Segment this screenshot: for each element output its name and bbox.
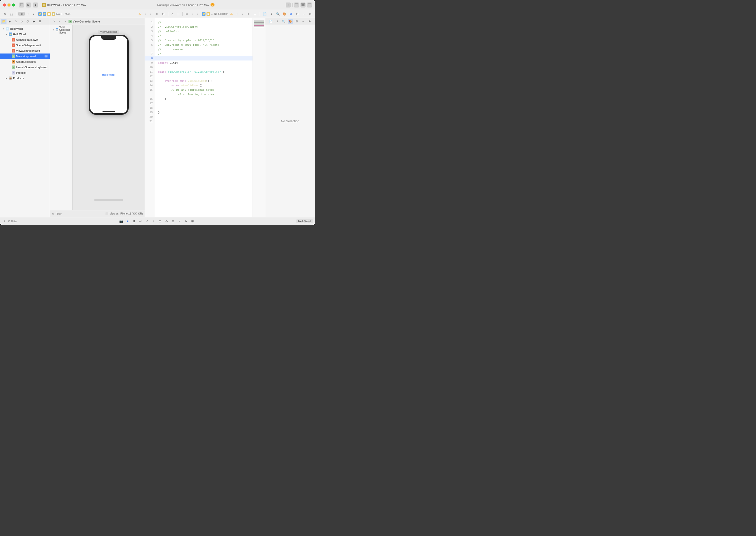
canvas-scrollbar[interactable]: [94, 199, 123, 201]
close-panel-button[interactable]: ✕: [2, 11, 8, 17]
warning-badge: 2: [211, 3, 214, 7]
nav-source-icon[interactable]: ◈: [7, 19, 13, 24]
tree-item-appdelegate[interactable]: ▾ S AppDelegate.swift: [0, 37, 50, 43]
bottom-icon-3[interactable]: ⏸: [132, 219, 137, 224]
bottom-icon-11[interactable]: ➤: [183, 219, 188, 224]
bc-item-file[interactable]: 📄: [47, 12, 51, 16]
sb-nav-forward[interactable]: ›: [63, 19, 68, 24]
editor-bc-folder[interactable]: 📁: [202, 12, 206, 16]
code-line-15: // Do any additional setup: [155, 87, 252, 92]
bottom-icon-1[interactable]: 📷: [118, 219, 123, 224]
bottom-center: 📷 ■ ⏸ ↩ ↗ ↑ ⊡ ⚙ ⊕ ✓ ➤ ⊞: [19, 219, 294, 224]
code-line-18: [155, 106, 252, 110]
storyboard-canvas[interactable]: View Controller Hello Word!: [73, 25, 145, 210]
minimize-button[interactable]: [8, 4, 11, 7]
editor-layout-btn[interactable]: ⊞: [184, 12, 189, 16]
editor-split-btn[interactable]: ⊟: [252, 11, 258, 17]
inspector-question-icon[interactable]: ?: [275, 19, 280, 24]
layout-button-1[interactable]: [294, 3, 299, 8]
navigator-toolbar: 📁 ◈ ⚠ ◇ ⬡ ◆ ☰: [0, 18, 50, 25]
fullscreen-button[interactable]: [12, 4, 15, 7]
bc-nav-right[interactable]: ›: [148, 12, 153, 16]
close-button[interactable]: [3, 4, 6, 7]
sb-nav-back[interactable]: ‹: [57, 19, 62, 24]
bc-nav-left[interactable]: ‹: [143, 12, 148, 16]
bottom-icon-5[interactable]: ↗: [145, 219, 149, 224]
bc-item-folder2[interactable]: 📁: [43, 12, 46, 16]
inspector-info-btn[interactable]: ℹ: [269, 11, 274, 17]
scene-item-vc[interactable]: ▾ ⬜ View Controller Scene: [50, 27, 72, 32]
bottom-icon-7[interactable]: ⊡: [157, 219, 162, 224]
sb-close-btn[interactable]: ✕: [52, 19, 56, 24]
inspector-search-btn[interactable]: 🔍: [275, 11, 280, 17]
code-line-1: //: [155, 20, 252, 24]
bottom-icon-6[interactable]: ↑: [151, 219, 156, 224]
nav-issue-icon[interactable]: ⚠: [13, 19, 18, 24]
stop-button[interactable]: ■: [33, 3, 38, 8]
editor-warn-left[interactable]: ‹: [235, 12, 239, 16]
storyboard-filter[interactable]: Filter: [55, 212, 61, 215]
arrow-helloword-group: ▾: [5, 33, 8, 36]
layout-button-3[interactable]: [307, 3, 312, 8]
split-view-btn[interactable]: ⊟: [160, 11, 166, 17]
inspector-size-btn[interactable]: ⊡: [294, 11, 300, 17]
inspector-lib-btn[interactable]: ⊕: [308, 11, 313, 17]
inspector-panel: 📄 ? 🔍 🎨 ⊡ → ⊕ No Selection: [265, 18, 315, 217]
editor-warn-nav[interactable]: ⚠: [229, 12, 234, 16]
editor-expand-btn[interactable]: ⬚: [176, 12, 180, 16]
inspector-identity-btn[interactable]: 🎨: [281, 11, 287, 17]
bottom-filter[interactable]: ⊙ Filter: [8, 219, 17, 223]
icon-infoplist: P: [12, 71, 15, 75]
inspector-connection-btn[interactable]: →: [301, 11, 307, 17]
bottom-icon-2[interactable]: ■: [125, 219, 130, 224]
editor-nav-right[interactable]: ›: [195, 12, 200, 16]
tree-item-mainstoryboard[interactable]: ▾ S Main.storyboard M: [0, 53, 50, 59]
view-segment: ⊞: [18, 12, 25, 16]
editor-list-btn[interactable]: ≡: [246, 11, 251, 17]
grid-view-btn[interactable]: ⊞: [18, 12, 24, 16]
tree-item-infoplist[interactable]: ▾ P Info.plist: [0, 70, 50, 76]
inspector-attr-btn[interactable]: ⚙: [288, 11, 293, 17]
run-button[interactable]: ▶: [26, 3, 31, 8]
add-button[interactable]: +: [286, 3, 291, 8]
inspector-conn-icon[interactable]: →: [301, 19, 306, 24]
layout-button-2[interactable]: [301, 3, 306, 8]
tree-item-assets[interactable]: ▾ A Assets.xcassets: [0, 59, 50, 64]
code-editor[interactable]: // // ViewController.swift // HelloWord …: [155, 18, 252, 217]
expand-button[interactable]: ⬚: [9, 11, 14, 17]
bottom-icon-10[interactable]: ✓: [177, 219, 182, 224]
nav-test-icon[interactable]: ◇: [19, 19, 24, 24]
editor-close-btn[interactable]: ✕: [170, 12, 175, 16]
tree-item-viewcontroller[interactable]: ▾ S ViewController.swift: [0, 48, 50, 53]
inspector-attr-icon[interactable]: 🎨: [288, 19, 293, 24]
nav-folder-icon[interactable]: 📁: [1, 19, 7, 24]
nav-log-icon[interactable]: ☰: [37, 19, 43, 24]
bottom-icon-8[interactable]: ⚙: [164, 219, 169, 224]
inspector-lib-icon[interactable]: ⊕: [307, 19, 312, 24]
tree-item-helloword-group[interactable]: ▾ 📁 HelloWord: [0, 31, 50, 37]
add-bottom-btn[interactable]: +: [2, 219, 7, 224]
sidebar-toggle-button[interactable]: [19, 3, 24, 8]
bottom-icon-12[interactable]: ⊞: [190, 219, 195, 224]
nav-debug-icon[interactable]: ⬡: [25, 19, 30, 24]
tree-item-scenedelegate[interactable]: ▾ S SceneDelegate.swift: [0, 43, 50, 48]
inspector-search-icon2[interactable]: 🔍: [281, 19, 286, 24]
warning-nav-btn[interactable]: ⚠: [138, 12, 142, 16]
list-view-btn[interactable]: ≡: [154, 11, 159, 17]
editor-bc-file[interactable]: 📄: [207, 12, 210, 16]
nav-forward-btn[interactable]: ›: [31, 12, 36, 16]
bc-item-folder[interactable]: 📁: [38, 12, 42, 16]
inspector-size-icon[interactable]: ⊡: [294, 19, 299, 24]
inspector-file-btn[interactable]: 📄: [262, 11, 268, 17]
bottom-icon-4[interactable]: ↩: [138, 219, 143, 224]
inspector-file-icon[interactable]: 📄: [268, 19, 273, 24]
editor-nav-left[interactable]: ‹: [190, 12, 194, 16]
editor-warn-right[interactable]: ›: [240, 12, 245, 16]
tree-item-products[interactable]: ▶ 📦 Products: [0, 76, 50, 81]
bottom-icon-9[interactable]: ⊕: [171, 219, 176, 224]
tree-item-launchscreen[interactable]: ▾ S LaunchScreen.storyboard: [0, 64, 50, 70]
tree-item-helloword-root[interactable]: ▾ H HelloWord: [0, 26, 50, 31]
bc-item-file2[interactable]: 📄: [52, 12, 55, 16]
nav-breakpoint-icon[interactable]: ◆: [31, 19, 37, 24]
nav-back-btn[interactable]: ‹: [26, 12, 30, 16]
